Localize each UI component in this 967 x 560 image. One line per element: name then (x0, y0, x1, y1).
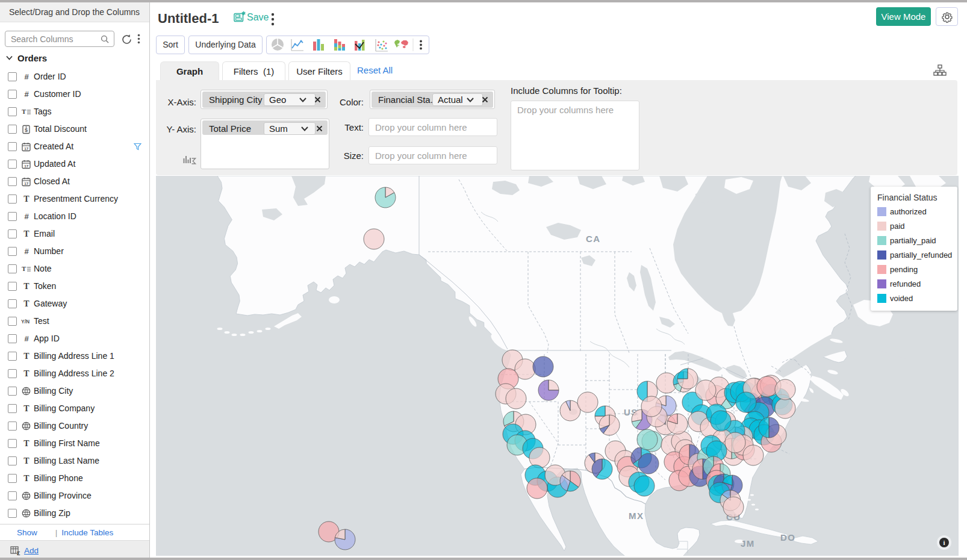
svg-text:Y/N: Y/N (21, 319, 30, 325)
svg-text:Σ: Σ (17, 550, 20, 556)
svg-text:DO: DO (780, 532, 796, 543)
svg-text:JM: JM (741, 538, 755, 549)
svg-text:$: $ (25, 127, 28, 133)
svg-text:17: 17 (24, 164, 28, 168)
svg-text:CA: CA (586, 234, 601, 244)
svg-text:T: T (22, 265, 26, 272)
svg-text:T: T (22, 108, 26, 115)
svg-text:17: 17 (24, 146, 28, 151)
svg-text:MX: MX (629, 511, 644, 521)
svg-text:17: 17 (24, 181, 28, 185)
